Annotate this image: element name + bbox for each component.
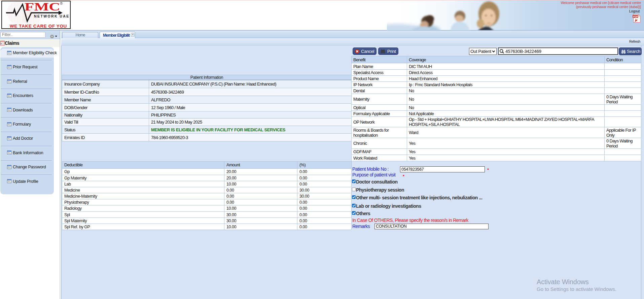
svg-text:PDF: PDF (633, 15, 638, 18)
svg-text:WE TAKE CARE OF YOU: WE TAKE CARE OF YOU (10, 24, 67, 28)
svg-text:®: ® (60, 1, 63, 5)
svg-text:NETWORK UAE: NETWORK UAE (34, 14, 70, 18)
svg-text:FMC: FMC (25, 1, 60, 13)
